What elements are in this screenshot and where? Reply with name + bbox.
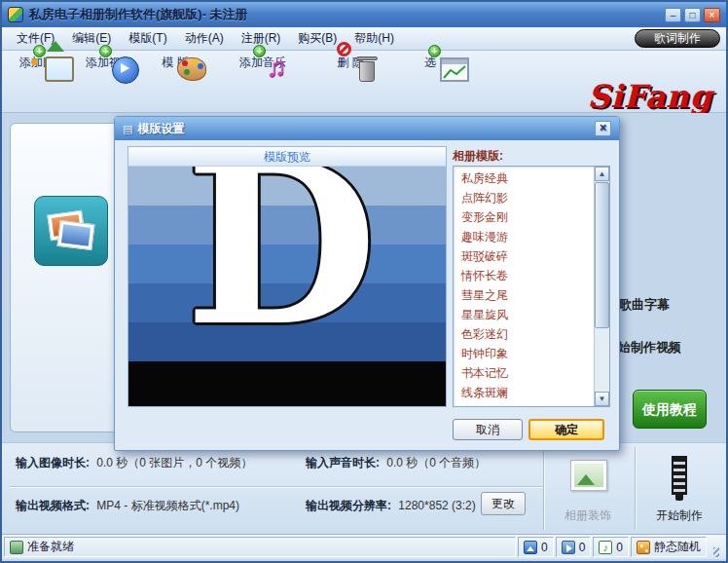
status-ready-text: 准备就绪 xyxy=(27,539,74,555)
maximize-button[interactable]: □ xyxy=(684,8,701,22)
album-decor-icon xyxy=(570,460,607,491)
menu-action[interactable]: 动作(A) xyxy=(176,27,233,50)
dialog-icon: ▤ xyxy=(123,123,132,135)
menu-edit[interactable]: 编辑(E) xyxy=(63,27,120,50)
album-decor-button[interactable]: 相册装饰 xyxy=(547,448,629,530)
image-duration-label: 输入图像时长: xyxy=(16,456,90,469)
menu-help[interactable]: 帮助(H) xyxy=(346,27,403,50)
template-item[interactable]: 点阵幻影 xyxy=(454,188,594,207)
image-count-icon xyxy=(524,541,537,554)
add-video-button[interactable]: + 添加视频 xyxy=(76,55,142,71)
lyrics-make-button[interactable]: 歌词制作 xyxy=(635,29,720,48)
info-bar: 输入图像时长: 0.0 秒（0 张图片，0 个视频） 输入声音时长: 0.0 秒… xyxy=(2,442,726,534)
resolution-value: 1280*852 (3:2) xyxy=(398,499,475,512)
add-image-button[interactable]: + 添加图片 xyxy=(10,55,76,71)
status-music-count: ♪ 0 xyxy=(593,537,629,557)
template-item[interactable]: 情怀长卷 xyxy=(454,266,594,285)
status-video-count: 0 xyxy=(556,537,592,557)
format-value: MP4 - 标准视频格式(*.mp4) xyxy=(96,499,239,512)
window-title: 私房电子相册制作软件(旗舰版)- 未注册 xyxy=(29,6,248,23)
divider xyxy=(635,447,637,530)
scroll-up-icon[interactable]: ▲ xyxy=(595,167,609,181)
template-item[interactable]: 彗星之尾 xyxy=(454,285,594,305)
sifang-logo: SiFang xyxy=(587,78,712,115)
template-item[interactable]: 变形金刚 xyxy=(454,207,594,227)
status-mode-cell: 静态随机 xyxy=(631,537,707,557)
start-make-button[interactable]: 开始制作 xyxy=(638,448,720,530)
scroll-down-icon[interactable]: ▼ xyxy=(595,392,609,406)
dialog-close-icon[interactable]: × xyxy=(595,121,611,136)
status-ready-cell: 准备就绪 xyxy=(4,537,516,557)
zipper-pull-icon xyxy=(675,493,683,501)
resolution-label: 输出视频分辨率: xyxy=(306,499,391,512)
random-mode-icon xyxy=(637,541,650,554)
scrollbar[interactable]: ▲ ▼ xyxy=(594,167,609,406)
template-item[interactable]: 趣味漫游 xyxy=(454,227,594,246)
status-ready-icon xyxy=(10,541,23,554)
tutorial-button[interactable]: 使用教程 xyxy=(633,390,707,429)
dialog-titlebar[interactable]: ▤ 模版设置 × xyxy=(115,117,619,140)
change-resolution-button[interactable]: 更改 xyxy=(481,492,526,515)
template-item[interactable]: 斑驳破碎 xyxy=(454,246,594,266)
format-label: 输出视频格式: xyxy=(16,499,90,512)
template-button[interactable]: 模 版 xyxy=(142,55,208,71)
window-titlebar[interactable]: 私房电子相册制作软件(旗舰版)- 未注册 – □ × xyxy=(2,2,726,27)
audio-duration-value: 0.0 秒（0 个音频） xyxy=(386,456,486,469)
audio-duration-label: 输入声音时长: xyxy=(306,456,380,469)
info-separator xyxy=(10,486,545,488)
template-list-label: 相册模版: xyxy=(453,148,503,165)
preview-header: 模版预览 xyxy=(128,147,446,167)
template-listbox[interactable]: 私房经典 点阵幻影 变形金刚 趣味漫游 斑驳破碎 情怀长卷 彗星之尾 星星旋风 … xyxy=(453,166,610,407)
template-item[interactable]: 书本记忆 xyxy=(454,363,594,383)
zipper-icon xyxy=(672,456,687,495)
template-settings-dialog: ▤ 模版设置 × 模版预览 D 相册模版: 私房经典 点阵幻影 变形金刚 趣味漫… xyxy=(114,116,620,451)
photo-stack-icon xyxy=(34,196,108,266)
preview-letter: D xyxy=(185,167,378,356)
preview-image: D xyxy=(128,167,446,406)
ok-button[interactable]: 确定 xyxy=(528,419,604,440)
divider xyxy=(543,447,545,530)
status-bar: 准备就绪 0 0 ♪ 0 静态随机 xyxy=(2,534,726,559)
template-item[interactable]: 色彩迷幻 xyxy=(454,324,594,344)
close-button[interactable]: × xyxy=(704,8,720,22)
video-count-icon xyxy=(562,541,575,554)
menu-template[interactable]: 模版(T) xyxy=(120,27,175,50)
template-item[interactable]: 时钟印象 xyxy=(454,344,594,363)
dialog-title: 模版设置 xyxy=(137,121,184,137)
template-preview-panel: 模版预览 D xyxy=(127,146,447,407)
music-count-icon: ♪ xyxy=(599,541,612,554)
app-icon xyxy=(8,7,23,22)
template-item[interactable]: 私房经典 xyxy=(454,169,594,188)
options-button[interactable]: + 选 项 xyxy=(405,55,471,71)
resize-grip[interactable] xyxy=(709,537,724,557)
status-image-count: 0 xyxy=(518,537,554,557)
template-item[interactable]: 线条斑斓 xyxy=(454,383,594,402)
image-duration-value: 0.0 秒（0 张图片，0 个视频） xyxy=(96,456,252,469)
song-caption-label: 歌曲字幕 xyxy=(619,296,670,314)
minimize-button[interactable]: – xyxy=(665,8,681,22)
add-music-button[interactable]: ♫ + 添加音乐 xyxy=(230,55,296,71)
scroll-thumb[interactable] xyxy=(595,182,609,328)
app-window: 私房电子相册制作软件(旗舰版)- 未注册 – □ × 文件(F) 编辑(E) 模… xyxy=(0,0,728,563)
template-item[interactable]: 星星旋风 xyxy=(454,305,594,324)
cancel-button[interactable]: 取消 xyxy=(453,419,523,440)
delete-button[interactable]: 删 除 xyxy=(317,55,383,71)
